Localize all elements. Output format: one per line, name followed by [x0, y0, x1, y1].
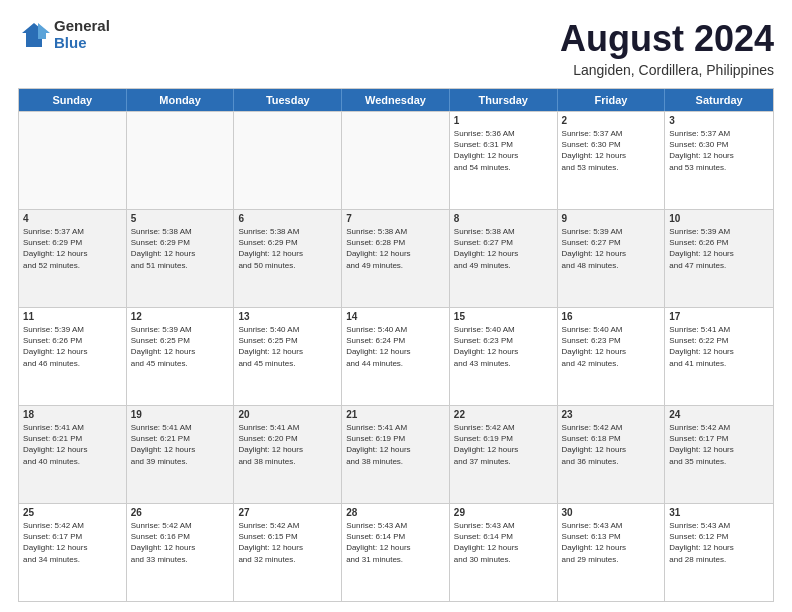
- day-number: 16: [562, 311, 661, 322]
- cell-info: Sunrise: 5:41 AM Sunset: 6:21 PM Dayligh…: [23, 422, 122, 467]
- day-number: 4: [23, 213, 122, 224]
- cal-cell-15: 15Sunrise: 5:40 AM Sunset: 6:23 PM Dayli…: [450, 308, 558, 405]
- cal-cell-10: 10Sunrise: 5:39 AM Sunset: 6:26 PM Dayli…: [665, 210, 773, 307]
- cell-info: Sunrise: 5:39 AM Sunset: 6:26 PM Dayligh…: [23, 324, 122, 369]
- cal-cell-1: 1Sunrise: 5:36 AM Sunset: 6:31 PM Daylig…: [450, 112, 558, 209]
- cell-info: Sunrise: 5:42 AM Sunset: 6:15 PM Dayligh…: [238, 520, 337, 565]
- cell-info: Sunrise: 5:42 AM Sunset: 6:18 PM Dayligh…: [562, 422, 661, 467]
- cal-cell-27: 27Sunrise: 5:42 AM Sunset: 6:15 PM Dayli…: [234, 504, 342, 601]
- title-block: August 2024 Langiden, Cordillera, Philip…: [560, 18, 774, 78]
- day-number: 19: [131, 409, 230, 420]
- cal-cell-20: 20Sunrise: 5:41 AM Sunset: 6:20 PM Dayli…: [234, 406, 342, 503]
- main-title: August 2024: [560, 18, 774, 60]
- day-number: 11: [23, 311, 122, 322]
- cal-cell-23: 23Sunrise: 5:42 AM Sunset: 6:18 PM Dayli…: [558, 406, 666, 503]
- cal-cell-28: 28Sunrise: 5:43 AM Sunset: 6:14 PM Dayli…: [342, 504, 450, 601]
- cal-cell-empty-1: [127, 112, 235, 209]
- day-number: 13: [238, 311, 337, 322]
- day-number: 2: [562, 115, 661, 126]
- cell-info: Sunrise: 5:38 AM Sunset: 6:28 PM Dayligh…: [346, 226, 445, 271]
- cal-cell-4: 4Sunrise: 5:37 AM Sunset: 6:29 PM Daylig…: [19, 210, 127, 307]
- cal-cell-2: 2Sunrise: 5:37 AM Sunset: 6:30 PM Daylig…: [558, 112, 666, 209]
- cell-info: Sunrise: 5:39 AM Sunset: 6:26 PM Dayligh…: [669, 226, 769, 271]
- svg-marker-1: [38, 23, 50, 39]
- calendar: SundayMondayTuesdayWednesdayThursdayFrid…: [18, 88, 774, 602]
- header-day-tuesday: Tuesday: [234, 89, 342, 111]
- cal-cell-empty-3: [342, 112, 450, 209]
- cell-info: Sunrise: 5:38 AM Sunset: 6:29 PM Dayligh…: [238, 226, 337, 271]
- cal-cell-21: 21Sunrise: 5:41 AM Sunset: 6:19 PM Dayli…: [342, 406, 450, 503]
- cal-cell-9: 9Sunrise: 5:39 AM Sunset: 6:27 PM Daylig…: [558, 210, 666, 307]
- day-number: 1: [454, 115, 553, 126]
- week-row-4: 18Sunrise: 5:41 AM Sunset: 6:21 PM Dayli…: [19, 405, 773, 503]
- cell-info: Sunrise: 5:38 AM Sunset: 6:29 PM Dayligh…: [131, 226, 230, 271]
- header-day-saturday: Saturday: [665, 89, 773, 111]
- day-number: 24: [669, 409, 769, 420]
- cell-info: Sunrise: 5:41 AM Sunset: 6:19 PM Dayligh…: [346, 422, 445, 467]
- day-number: 23: [562, 409, 661, 420]
- day-number: 12: [131, 311, 230, 322]
- header-day-friday: Friday: [558, 89, 666, 111]
- day-number: 15: [454, 311, 553, 322]
- day-number: 8: [454, 213, 553, 224]
- cell-info: Sunrise: 5:38 AM Sunset: 6:27 PM Dayligh…: [454, 226, 553, 271]
- cal-cell-5: 5Sunrise: 5:38 AM Sunset: 6:29 PM Daylig…: [127, 210, 235, 307]
- week-row-1: 1Sunrise: 5:36 AM Sunset: 6:31 PM Daylig…: [19, 111, 773, 209]
- day-number: 14: [346, 311, 445, 322]
- subtitle: Langiden, Cordillera, Philippines: [560, 62, 774, 78]
- logo-text: General Blue: [54, 18, 110, 51]
- cal-cell-29: 29Sunrise: 5:43 AM Sunset: 6:14 PM Dayli…: [450, 504, 558, 601]
- cal-cell-19: 19Sunrise: 5:41 AM Sunset: 6:21 PM Dayli…: [127, 406, 235, 503]
- cell-info: Sunrise: 5:43 AM Sunset: 6:14 PM Dayligh…: [346, 520, 445, 565]
- cal-cell-empty-0: [19, 112, 127, 209]
- calendar-body: 1Sunrise: 5:36 AM Sunset: 6:31 PM Daylig…: [19, 111, 773, 601]
- day-number: 22: [454, 409, 553, 420]
- cal-cell-14: 14Sunrise: 5:40 AM Sunset: 6:24 PM Dayli…: [342, 308, 450, 405]
- cal-cell-22: 22Sunrise: 5:42 AM Sunset: 6:19 PM Dayli…: [450, 406, 558, 503]
- cell-info: Sunrise: 5:42 AM Sunset: 6:17 PM Dayligh…: [669, 422, 769, 467]
- cell-info: Sunrise: 5:37 AM Sunset: 6:30 PM Dayligh…: [669, 128, 769, 173]
- header: General Blue August 2024 Langiden, Cordi…: [18, 18, 774, 78]
- cell-info: Sunrise: 5:42 AM Sunset: 6:16 PM Dayligh…: [131, 520, 230, 565]
- day-number: 27: [238, 507, 337, 518]
- day-number: 31: [669, 507, 769, 518]
- day-number: 10: [669, 213, 769, 224]
- cal-cell-26: 26Sunrise: 5:42 AM Sunset: 6:16 PM Dayli…: [127, 504, 235, 601]
- day-number: 25: [23, 507, 122, 518]
- calendar-header: SundayMondayTuesdayWednesdayThursdayFrid…: [19, 89, 773, 111]
- cal-cell-17: 17Sunrise: 5:41 AM Sunset: 6:22 PM Dayli…: [665, 308, 773, 405]
- logo-icon: [18, 19, 50, 51]
- cal-cell-24: 24Sunrise: 5:42 AM Sunset: 6:17 PM Dayli…: [665, 406, 773, 503]
- cell-info: Sunrise: 5:37 AM Sunset: 6:30 PM Dayligh…: [562, 128, 661, 173]
- week-row-5: 25Sunrise: 5:42 AM Sunset: 6:17 PM Dayli…: [19, 503, 773, 601]
- cell-info: Sunrise: 5:43 AM Sunset: 6:14 PM Dayligh…: [454, 520, 553, 565]
- logo-blue-text: Blue: [54, 35, 110, 52]
- cal-cell-25: 25Sunrise: 5:42 AM Sunset: 6:17 PM Dayli…: [19, 504, 127, 601]
- cal-cell-6: 6Sunrise: 5:38 AM Sunset: 6:29 PM Daylig…: [234, 210, 342, 307]
- cal-cell-7: 7Sunrise: 5:38 AM Sunset: 6:28 PM Daylig…: [342, 210, 450, 307]
- cal-cell-16: 16Sunrise: 5:40 AM Sunset: 6:23 PM Dayli…: [558, 308, 666, 405]
- cell-info: Sunrise: 5:36 AM Sunset: 6:31 PM Dayligh…: [454, 128, 553, 173]
- header-day-sunday: Sunday: [19, 89, 127, 111]
- cal-cell-12: 12Sunrise: 5:39 AM Sunset: 6:25 PM Dayli…: [127, 308, 235, 405]
- page: General Blue August 2024 Langiden, Cordi…: [0, 0, 792, 612]
- logo: General Blue: [18, 18, 110, 51]
- day-number: 29: [454, 507, 553, 518]
- cal-cell-empty-2: [234, 112, 342, 209]
- cell-info: Sunrise: 5:42 AM Sunset: 6:19 PM Dayligh…: [454, 422, 553, 467]
- cal-cell-30: 30Sunrise: 5:43 AM Sunset: 6:13 PM Dayli…: [558, 504, 666, 601]
- week-row-3: 11Sunrise: 5:39 AM Sunset: 6:26 PM Dayli…: [19, 307, 773, 405]
- day-number: 6: [238, 213, 337, 224]
- cell-info: Sunrise: 5:37 AM Sunset: 6:29 PM Dayligh…: [23, 226, 122, 271]
- header-day-thursday: Thursday: [450, 89, 558, 111]
- logo-general-text: General: [54, 18, 110, 35]
- day-number: 17: [669, 311, 769, 322]
- day-number: 30: [562, 507, 661, 518]
- cal-cell-3: 3Sunrise: 5:37 AM Sunset: 6:30 PM Daylig…: [665, 112, 773, 209]
- cal-cell-8: 8Sunrise: 5:38 AM Sunset: 6:27 PM Daylig…: [450, 210, 558, 307]
- header-day-wednesday: Wednesday: [342, 89, 450, 111]
- day-number: 9: [562, 213, 661, 224]
- day-number: 28: [346, 507, 445, 518]
- day-number: 5: [131, 213, 230, 224]
- cell-info: Sunrise: 5:40 AM Sunset: 6:23 PM Dayligh…: [454, 324, 553, 369]
